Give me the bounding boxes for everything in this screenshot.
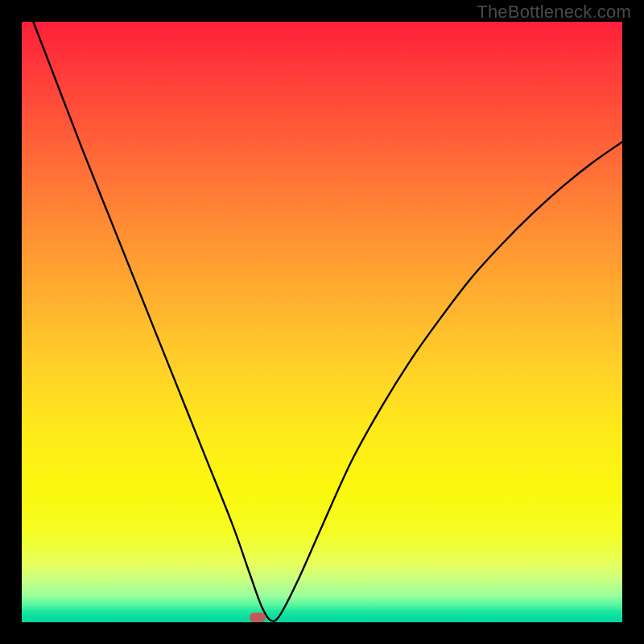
bottleneck-curve — [22, 22, 622, 622]
frame-left — [0, 0, 22, 644]
frame-right — [622, 0, 644, 644]
watermark-text: TheBottleneck.com — [477, 2, 631, 23]
frame-bottom — [0, 622, 644, 644]
optimum-marker — [250, 613, 266, 622]
